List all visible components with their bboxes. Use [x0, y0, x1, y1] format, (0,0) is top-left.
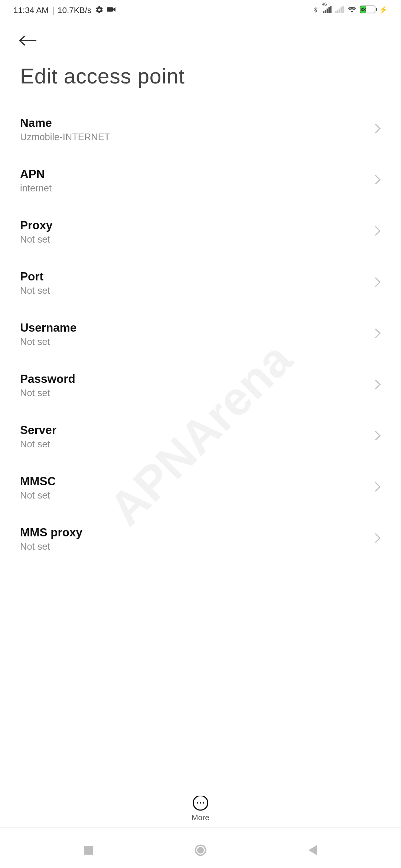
- signal-4g-icon: 4G: [323, 5, 332, 14]
- svg-rect-8: [339, 9, 340, 13]
- setting-value: Not set: [20, 542, 82, 553]
- chevron-right-icon: [374, 277, 381, 290]
- setting-name[interactable]: Name Uzmobile-INTERNET: [0, 104, 401, 155]
- setting-label: MMSC: [20, 475, 56, 488]
- bottom-action-bar: More: [0, 790, 401, 828]
- svg-rect-1: [323, 11, 325, 13]
- signal-sim2-icon: [335, 5, 344, 14]
- svg-rect-0: [107, 7, 113, 12]
- setting-server[interactable]: Server Not set: [0, 411, 401, 463]
- chevron-right-icon: [374, 533, 381, 546]
- svg-rect-10: [342, 6, 344, 13]
- wifi-icon: [348, 5, 356, 14]
- status-net-speed: 10.7KB/s: [58, 5, 91, 14]
- back-button[interactable]: [16, 29, 39, 52]
- svg-rect-9: [340, 7, 342, 13]
- svg-rect-4: [328, 7, 330, 13]
- svg-rect-2: [325, 10, 326, 13]
- setting-password[interactable]: Password Not set: [0, 360, 401, 411]
- svg-rect-7: [337, 10, 339, 13]
- page-title: Edit access point: [0, 52, 401, 99]
- svg-point-12: [197, 802, 198, 803]
- setting-value: Not set: [20, 439, 56, 450]
- setting-value: Not set: [20, 388, 75, 399]
- setting-label: Password: [20, 372, 75, 386]
- setting-label: APN: [20, 168, 52, 181]
- chevron-right-icon: [374, 481, 381, 495]
- nav-recents-icon[interactable]: [83, 845, 94, 858]
- settings-status-icon: [95, 5, 104, 14]
- more-label: More: [192, 813, 209, 822]
- chevron-right-icon: [374, 328, 381, 341]
- setting-value: Not set: [20, 337, 76, 348]
- status-bar: 11:34 AM | 10.7KB/s 4G: [0, 0, 401, 19]
- setting-value: Uzmobile-INTERNET: [20, 132, 110, 143]
- chevron-right-icon: [374, 226, 381, 239]
- status-time: 11:34 AM: [13, 5, 49, 14]
- setting-value: Not set: [20, 490, 56, 502]
- chevron-right-icon: [374, 174, 381, 188]
- setting-label: Username: [20, 321, 76, 335]
- setting-label: Port: [20, 270, 50, 283]
- setting-label: Proxy: [20, 219, 53, 232]
- chevron-right-icon: [374, 123, 381, 137]
- setting-label: Server: [20, 424, 56, 437]
- chevron-right-icon: [374, 379, 381, 392]
- setting-label: Name: [20, 116, 110, 130]
- setting-label: MMS proxy: [20, 526, 82, 539]
- apn-settings-list: Name Uzmobile-INTERNET APN internet Prox…: [0, 99, 401, 565]
- setting-value: internet: [20, 183, 52, 194]
- setting-port[interactable]: Port Not set: [0, 258, 401, 309]
- setting-value: Not set: [20, 234, 53, 246]
- svg-point-14: [203, 802, 204, 803]
- setting-mms-proxy[interactable]: MMS proxy Not set: [0, 514, 401, 565]
- charging-icon: ⚡: [379, 5, 388, 14]
- more-icon: [193, 795, 208, 811]
- chevron-right-icon: [374, 430, 381, 444]
- svg-point-13: [200, 802, 201, 803]
- svg-rect-5: [330, 6, 332, 13]
- setting-proxy[interactable]: Proxy Not set: [0, 207, 401, 258]
- svg-point-17: [197, 847, 204, 854]
- setting-value: Not set: [20, 286, 50, 297]
- setting-mmsc[interactable]: MMSC Not set: [0, 463, 401, 514]
- svg-rect-15: [84, 846, 93, 855]
- svg-rect-3: [327, 9, 328, 13]
- camera-status-icon: [107, 5, 116, 14]
- bluetooth-icon: [311, 5, 320, 14]
- setting-username[interactable]: Username Not set: [0, 309, 401, 360]
- battery-icon: 38: [360, 6, 375, 13]
- svg-rect-6: [335, 11, 337, 13]
- setting-apn[interactable]: APN internet: [0, 155, 401, 207]
- more-button[interactable]: More: [192, 795, 209, 822]
- status-separator: |: [52, 5, 54, 14]
- system-nav-bar: [0, 835, 401, 868]
- nav-home-icon[interactable]: [194, 844, 207, 859]
- battery-level: 38: [361, 6, 366, 13]
- nav-back-icon[interactable]: [307, 844, 318, 859]
